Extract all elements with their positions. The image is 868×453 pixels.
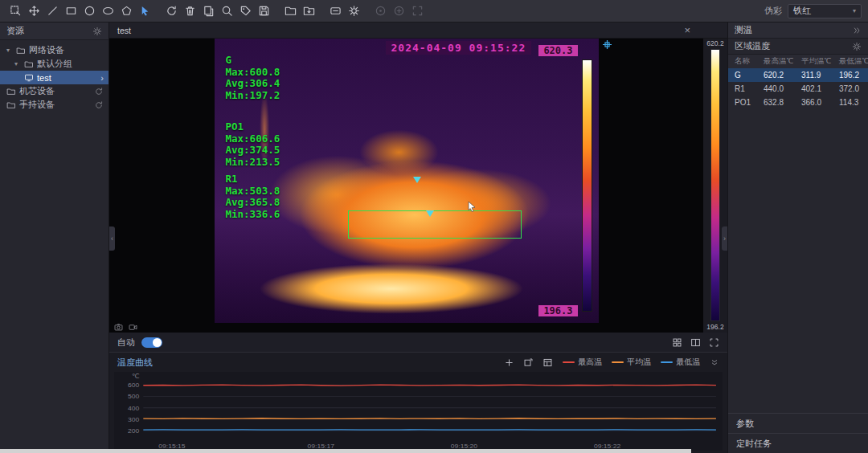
circle-dot-button[interactable] [371,2,389,20]
refresh-button[interactable] [94,87,104,96]
expand-button[interactable] [408,2,426,20]
folder-icon [16,46,26,55]
trash-icon [184,5,196,17]
label-button[interactable] [326,2,344,20]
temperature-chart-panel: 温度曲线 最高温 平均温 最低温 200300400500600℃09:15:1… [109,352,727,453]
snapshot-icon[interactable] [523,357,534,368]
ellipse-tool-button[interactable] [99,2,117,20]
sidebar-item-test-device[interactable]: test › [0,71,108,84]
ellipse-tool-icon [102,5,114,17]
rect-tool-button[interactable] [62,2,80,20]
region-table-header: 名称 最高温℃ 平均温℃ 最低温℃ [728,55,868,68]
section-parameters[interactable]: 参数 [728,413,868,433]
cell-min: 114.3 [839,98,868,107]
image-timestamp: 2024-04-09 09:15:22 [386,41,532,55]
legend-item-min[interactable]: 最低温 [661,357,700,368]
cell-max: 620.2 [764,71,801,80]
region-settings-button[interactable] [852,42,862,51]
camera-icon[interactable] [114,323,123,332]
thermal-canvas[interactable]: G Max:600.8 Avg:306.4 Min:197.2 PO1 Max:… [109,39,703,333]
sidebar-item-core-devices[interactable]: 机芯设备 [0,84,108,98]
save-button[interactable] [255,2,272,20]
table-row[interactable]: G 620.2 311.9 196.2 [728,68,868,82]
pointer-tool-button[interactable] [136,2,154,20]
spot-marker-icon[interactable] [413,177,421,183]
sidebar-settings-button[interactable] [92,27,102,36]
fullscreen-icon[interactable] [709,337,719,348]
table-row[interactable]: R1 440.0 402.1 372.0 [728,82,868,96]
col-min: 最低温℃ [839,56,868,67]
svg-text:600: 600 [128,382,140,390]
panel-collapse-button[interactable] [852,26,862,35]
polygon-tool-button[interactable] [117,2,135,20]
legend-item-avg[interactable]: 平均温 [612,357,651,368]
region-min: Min:197.2 [226,90,280,102]
copy-button[interactable] [199,2,217,20]
tab-bar: test × [109,22,727,39]
table-row[interactable]: PO1 632.8 366.0 114.3 [728,96,868,109]
legend-label: 平均温 [627,357,651,368]
add-circle-button[interactable] [390,2,407,20]
sidebar-collapse-handle[interactable]: ‹ [109,226,115,251]
folder-open-button[interactable] [281,2,299,20]
save-icon [258,5,270,17]
region-max: Max:503.8 [226,186,280,198]
auto-toggle[interactable] [141,337,162,348]
panel-collapse-handle[interactable]: › [722,226,727,251]
zoom-button[interactable] [218,2,235,20]
add-icon[interactable] [504,357,514,368]
folder-import-button[interactable] [300,2,317,20]
measurement-region-rect[interactable] [348,210,522,239]
chevron-right-icon: › [100,73,104,83]
sidebar-item-handheld-devices[interactable]: 手持设备 [0,98,108,112]
copy-icon [203,5,215,17]
circle-dot-icon [375,5,387,17]
pseudo-color-select[interactable]: 铁红 ▾ [788,4,862,18]
cell-max: 440.0 [764,84,801,93]
thermal-image[interactable]: G Max:600.8 Avg:306.4 Min:197.2 PO1 Max:… [215,39,599,323]
svg-text:300: 300 [128,415,140,423]
image-colorbar [582,59,592,312]
grid-view-icon[interactable] [672,337,682,348]
section-scheduled-tasks[interactable]: 定时任务 [728,433,868,453]
region-min: Min:213.5 [226,157,280,169]
add-circle-icon [393,5,405,17]
tree-item-label: 手持设备 [19,99,55,111]
legend-label: 最高温 [578,357,602,368]
region-name: G [226,55,280,67]
bottom-scrollbar[interactable] [0,449,691,453]
scale-max-label: 620.2 [706,39,723,47]
chevrons-right-icon [852,26,862,35]
canvas-tools [114,323,137,332]
legend-item-max[interactable]: 最高温 [563,357,602,368]
spot-marker-icon[interactable] [426,210,434,217]
settings-button[interactable] [345,2,362,20]
sidebar-item-network-devices[interactable]: ▾ 网络设备 [0,43,108,57]
video-icon[interactable] [129,323,137,332]
panel-bottom-sections: 参数 定时任务 [728,413,868,453]
auto-label: 自动 [117,337,135,349]
replay-button[interactable] [162,2,180,20]
resource-sidebar: 资源 ▾ 网络设备 ▾ 默认分组 test › [0,22,109,453]
refresh-button[interactable] [94,100,104,110]
tree-item-label: test [37,73,51,83]
tag-button[interactable] [236,2,254,20]
tab-close-button[interactable]: × [684,25,690,35]
select-tool-icon [10,5,22,17]
chevrons-down-icon[interactable] [710,357,719,367]
section-label: 定时任务 [736,438,772,450]
region-max: Max:600.8 [226,67,280,79]
sidebar-item-default-group[interactable]: ▾ 默认分组 [0,57,108,71]
line-tool-button[interactable] [43,2,61,20]
legend-swatch-min [661,361,673,363]
tab-test[interactable]: test [117,26,131,35]
rect-tool-icon [65,5,77,17]
scale-min-label: 196.2 [706,323,723,331]
table-icon[interactable] [542,357,553,368]
split-view-icon[interactable] [690,337,701,348]
move-tool-button[interactable] [25,2,43,20]
circle-tool-button[interactable] [80,2,98,20]
delete-button[interactable] [181,2,199,20]
select-tool-button[interactable] [6,2,24,20]
legend-swatch-avg [612,361,624,363]
